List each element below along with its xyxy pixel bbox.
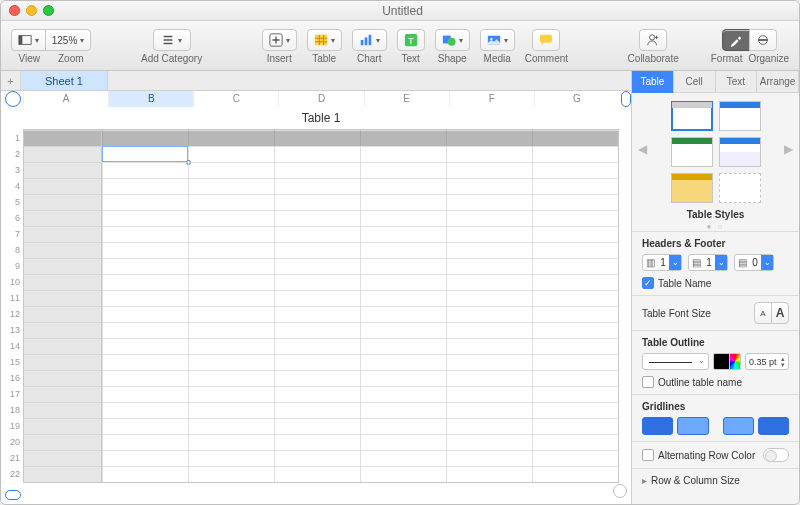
cell[interactable]: [360, 210, 446, 226]
table-style-2[interactable]: [719, 101, 761, 131]
cell[interactable]: [188, 210, 274, 226]
cell[interactable]: [360, 434, 446, 450]
cell[interactable]: [274, 418, 360, 434]
row-number[interactable]: 6: [6, 210, 20, 226]
cell[interactable]: [274, 178, 360, 194]
cell[interactable]: [102, 450, 188, 466]
cell[interactable]: [274, 130, 360, 146]
table-style-1[interactable]: [671, 101, 713, 131]
cell[interactable]: [188, 402, 274, 418]
cell[interactable]: [102, 146, 188, 162]
row-number[interactable]: 20: [6, 434, 20, 450]
cell[interactable]: [188, 418, 274, 434]
media-button[interactable]: ▾: [480, 29, 515, 51]
column-header-E[interactable]: E: [364, 91, 449, 107]
cell[interactable]: [274, 338, 360, 354]
column-header-A[interactable]: A: [23, 91, 108, 107]
cell[interactable]: [532, 306, 618, 322]
table-style-6[interactable]: [719, 173, 761, 203]
cell[interactable]: [102, 130, 188, 146]
cell[interactable]: [446, 466, 532, 482]
row-column-size-section[interactable]: ▸Row & Column Size: [632, 468, 799, 492]
cell[interactable]: [446, 402, 532, 418]
cell[interactable]: [102, 306, 188, 322]
cell[interactable]: [188, 354, 274, 370]
cell[interactable]: [102, 178, 188, 194]
cell[interactable]: [532, 258, 618, 274]
cell[interactable]: [102, 338, 188, 354]
row-number[interactable]: 15: [6, 354, 20, 370]
header-columns-stepper[interactable]: ▥1⌄: [642, 254, 682, 271]
insert-button[interactable]: ▾: [262, 29, 297, 51]
cell[interactable]: [532, 130, 618, 146]
inspector-tab-cell[interactable]: Cell: [674, 71, 716, 93]
outline-color-well[interactable]: [713, 353, 741, 370]
row-number[interactable]: 2: [6, 146, 20, 162]
cell[interactable]: [532, 338, 618, 354]
cell[interactable]: [532, 466, 618, 482]
row-number[interactable]: 1: [6, 130, 20, 146]
cell[interactable]: [360, 130, 446, 146]
add-sheet-button[interactable]: +: [1, 71, 21, 90]
row-number[interactable]: 7: [6, 226, 20, 242]
row-number[interactable]: 17: [6, 386, 20, 402]
cell[interactable]: [274, 226, 360, 242]
table-button[interactable]: ▾: [307, 29, 342, 51]
row-number[interactable]: 3: [6, 162, 20, 178]
collaborate-button[interactable]: [639, 29, 667, 51]
row-number[interactable]: 8: [6, 242, 20, 258]
cell[interactable]: [360, 466, 446, 482]
cell[interactable]: [532, 450, 618, 466]
cell[interactable]: [102, 226, 188, 242]
table-grid[interactable]: 12345678910111213141516171819202122: [23, 129, 619, 483]
cell[interactable]: [446, 370, 532, 386]
cell[interactable]: [102, 402, 188, 418]
cell[interactable]: [102, 434, 188, 450]
cell[interactable]: [360, 242, 446, 258]
cell[interactable]: [532, 178, 618, 194]
cell[interactable]: [102, 258, 188, 274]
cell[interactable]: [274, 370, 360, 386]
row-header-cell[interactable]: [24, 338, 102, 354]
row-number[interactable]: 16: [6, 370, 20, 386]
cell[interactable]: [188, 130, 274, 146]
styles-next-button[interactable]: ▶: [784, 142, 793, 156]
cell[interactable]: [446, 274, 532, 290]
row-header-cell[interactable]: [24, 194, 102, 210]
row-header-cell[interactable]: [24, 130, 102, 146]
select-all-handle[interactable]: [5, 91, 21, 107]
cell[interactable]: [446, 450, 532, 466]
cell[interactable]: [532, 434, 618, 450]
column-header-C[interactable]: C: [193, 91, 278, 107]
cell[interactable]: [532, 370, 618, 386]
row-header-cell[interactable]: [24, 450, 102, 466]
cell[interactable]: [188, 322, 274, 338]
text-button[interactable]: T: [397, 29, 425, 51]
cell[interactable]: [274, 194, 360, 210]
format-button[interactable]: [722, 29, 750, 51]
cell[interactable]: [274, 210, 360, 226]
cell[interactable]: [188, 338, 274, 354]
cell[interactable]: [446, 354, 532, 370]
cell[interactable]: [102, 322, 188, 338]
cell[interactable]: [532, 322, 618, 338]
cell[interactable]: [532, 386, 618, 402]
row-header-cell[interactable]: [24, 466, 102, 482]
cell[interactable]: [102, 354, 188, 370]
cell[interactable]: [274, 466, 360, 482]
cell[interactable]: [274, 386, 360, 402]
row-header-cell[interactable]: [24, 434, 102, 450]
zoom-window-button[interactable]: [43, 5, 54, 16]
comment-button[interactable]: [532, 29, 560, 51]
shape-button[interactable]: ▾: [435, 29, 470, 51]
sheet-tab-1[interactable]: Sheet 1: [21, 71, 108, 90]
column-header-F[interactable]: F: [449, 91, 534, 107]
cell[interactable]: [274, 450, 360, 466]
font-size-smaller-button[interactable]: A: [754, 302, 772, 324]
cell[interactable]: [446, 194, 532, 210]
cell[interactable]: [532, 146, 618, 162]
table-name-checkbox[interactable]: ✓Table Name: [642, 277, 789, 289]
cell[interactable]: [102, 210, 188, 226]
cell[interactable]: [188, 194, 274, 210]
table-resize-handle[interactable]: [613, 484, 627, 498]
